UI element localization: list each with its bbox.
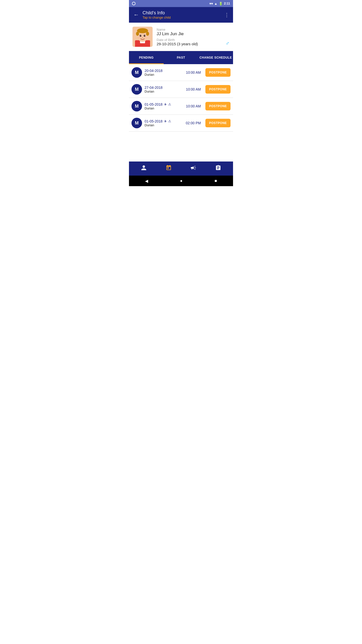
header-title-group: Child's Info Tap to change child: [143, 10, 224, 19]
schedule-info: 27-04-2018Durian: [145, 86, 184, 93]
warning-icon: ⚠: [168, 119, 171, 123]
header-title: Child's Info: [143, 10, 224, 16]
schedule-item: M27-04-2018Durian10:00 AMPOSTPONE: [129, 81, 233, 98]
postpone-button[interactable]: POSTPONE: [205, 68, 231, 77]
child-dob-label: Date of Birth: [157, 38, 230, 42]
android-home-button[interactable]: ●: [178, 177, 185, 185]
tabs-container: PENDING PAST CHANGE SCHEDULE: [129, 51, 233, 64]
bottom-nav: [129, 162, 233, 176]
postpone-button[interactable]: POSTPONE: [205, 102, 231, 110]
svg-point-6: [146, 32, 149, 36]
child-name: JJ Lim Jun Jie: [157, 31, 230, 36]
svg-point-11: [142, 37, 143, 38]
schedule-date: 01-05-2018✈⚠: [145, 119, 183, 123]
clipboard-icon: [215, 165, 221, 172]
schedule-info: 20-04-2018Durian: [145, 69, 184, 76]
schedule-date: 01-05-2018✈⚠: [145, 102, 184, 106]
svg-point-13: [145, 37, 147, 38]
svg-point-8: [144, 35, 146, 37]
schedule-time: 02:00 PM: [186, 121, 201, 125]
nav-item-calendar[interactable]: [156, 162, 181, 176]
child-avatar: [132, 27, 153, 47]
status-bar: ▾▾ ▲ 🔋 2:11: [129, 0, 233, 7]
schedule-time: 10:00 AM: [186, 87, 201, 91]
svg-point-10: [145, 35, 145, 36]
android-nav: ◀ ● ■: [129, 176, 233, 186]
status-bar-left: [132, 2, 135, 5]
schedule-venue: Durian: [145, 73, 184, 76]
person-icon: [141, 165, 147, 172]
postpone-button[interactable]: POSTPONE: [205, 85, 231, 94]
svg-point-12: [138, 37, 141, 38]
svg-point-7: [140, 35, 142, 37]
nav-item-clipboard[interactable]: [206, 162, 231, 176]
schedule-avatar: M: [131, 101, 142, 111]
schedule-date: 27-04-2018: [145, 86, 184, 90]
schedule-date: 20-04-2018: [145, 69, 184, 73]
tab-change-schedule[interactable]: CHANGE SCHEDULE: [198, 51, 233, 64]
child-dob: 29-10-2015 (3 years old): [157, 42, 230, 46]
schedule-info: 01-05-2018✈⚠Durian: [145, 119, 183, 127]
svg-point-9: [141, 35, 141, 36]
tab-pending[interactable]: PENDING: [129, 51, 164, 64]
svg-point-5: [136, 32, 139, 36]
schedule-info: 01-05-2018✈⚠Durian: [145, 102, 184, 110]
child-details: Name JJ Lim Jun Jie Date of Birth 29-10-…: [157, 28, 230, 46]
tab-past[interactable]: PAST: [164, 51, 198, 64]
schedule-item: M20-04-2018Durian10:00 AMPOSTPONE: [129, 64, 233, 81]
status-time: 2:11: [224, 2, 230, 5]
header: ← Child's Info Tap to change child ⋮: [129, 7, 233, 23]
schedule-list: M20-04-2018Durian10:00 AMPOSTPONEM27-04-…: [129, 64, 233, 162]
postpone-button[interactable]: POSTPONE: [205, 119, 231, 127]
schedule-venue: Durian: [145, 90, 184, 93]
back-button[interactable]: ←: [132, 11, 140, 19]
signal-icon: ▲: [214, 2, 217, 6]
nav-item-announcement[interactable]: [181, 162, 206, 176]
calendar-icon: [166, 165, 172, 172]
child-name-label: Name: [157, 28, 230, 31]
schedule-avatar: M: [131, 118, 142, 128]
schedule-venue: Durian: [145, 123, 183, 127]
schedule-time: 10:00 AM: [186, 104, 201, 108]
schedule-avatar: M: [131, 67, 142, 78]
wifi-icon: ▾▾: [209, 2, 213, 6]
status-circle-icon: [132, 2, 135, 5]
battery-icon: 🔋: [219, 2, 223, 6]
warning-icon: ⚠: [168, 102, 171, 106]
header-subtitle[interactable]: Tap to change child: [143, 16, 224, 19]
header-menu-button[interactable]: ⋮: [224, 12, 230, 18]
status-bar-right: ▾▾ ▲ 🔋 2:11: [209, 2, 230, 6]
android-back-button[interactable]: ◀: [143, 177, 150, 185]
nav-item-child[interactable]: [131, 162, 156, 176]
child-info-card: Name JJ Lim Jun Jie Date of Birth 29-10-…: [129, 23, 233, 51]
plane-icon: ✈: [164, 119, 167, 123]
schedule-item: M01-05-2018✈⚠Durian02:00 PMPOSTPONE: [129, 115, 233, 132]
android-recent-button[interactable]: ■: [213, 177, 219, 185]
plane-icon: ✈: [164, 102, 167, 106]
schedule-avatar: M: [131, 84, 142, 95]
schedule-venue: Durian: [145, 106, 184, 110]
gender-icon: ♂: [225, 40, 230, 47]
schedule-item: M01-05-2018✈⚠Durian10:00 AMPOSTPONE: [129, 98, 233, 115]
schedule-time: 10:00 AM: [186, 70, 201, 74]
announcement-icon: [190, 165, 196, 172]
